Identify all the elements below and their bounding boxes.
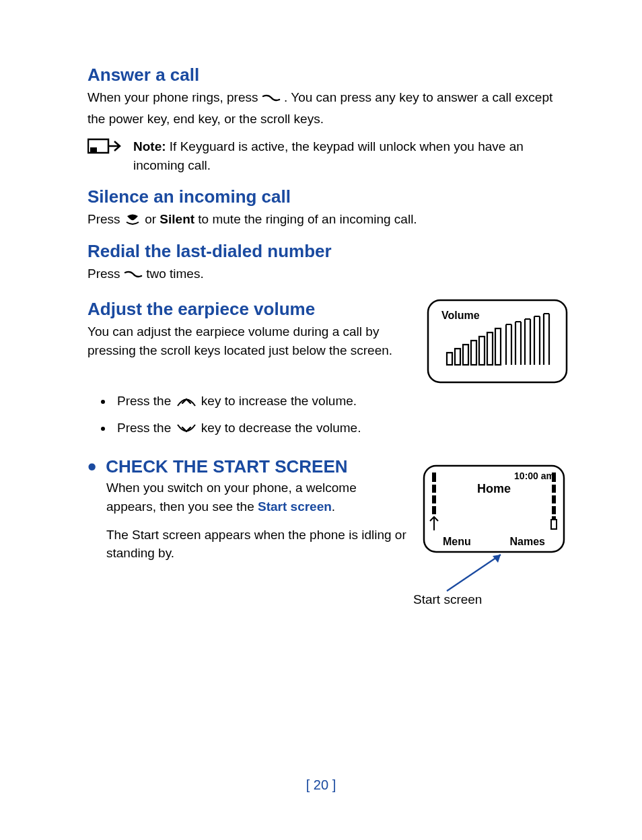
svg-rect-1 — [90, 147, 97, 153]
section-bullet-icon: • — [87, 458, 96, 476]
scroll-down-icon — [175, 419, 198, 443]
volume-label: Volume — [441, 310, 480, 321]
body-redial: Press two times. — [87, 265, 568, 286]
svg-rect-19 — [552, 506, 556, 514]
page-number: [ 20 ] — [0, 777, 642, 793]
body-answer-call: When your phone rings, press . You can p… — [87, 88, 568, 128]
note-text: Note: If Keyguard is active, the keypad … — [133, 137, 568, 174]
heading-answer-call: Answer a call — [87, 65, 568, 85]
svg-rect-18 — [552, 495, 556, 503]
send-key-icon — [262, 91, 281, 110]
svg-rect-13 — [432, 495, 436, 503]
text: . — [332, 499, 335, 514]
end-key-icon — [124, 213, 141, 232]
bullet-increase-volume: Press the key to increase the volume. — [113, 389, 568, 416]
text: or — [145, 212, 159, 226]
svg-rect-21 — [552, 517, 555, 520]
start-screen-term: Start screen — [258, 499, 332, 514]
heading-adjust-volume: Adjust the earpiece volume — [87, 299, 413, 320]
manual-page: Answer a call When your phone rings, pre… — [0, 0, 642, 840]
text: key to increase the volume. — [201, 394, 357, 408]
heading-check-start-screen: CHECK THE START SCREEN — [106, 456, 347, 477]
text: Press — [87, 212, 124, 226]
svg-line-22 — [447, 555, 501, 591]
note-keyguard: Note: If Keyguard is active, the keypad … — [87, 137, 568, 174]
note-icon — [87, 137, 121, 174]
text: When your phone rings, press — [87, 90, 262, 104]
text: Press the — [117, 421, 175, 435]
start-home: Home — [477, 482, 511, 495]
body-adjust-volume: You can adjust the earpiece volume durin… — [87, 322, 413, 359]
bullet-decrease-volume: Press the key to decrease the volume. — [113, 416, 568, 443]
svg-rect-12 — [432, 485, 436, 493]
body-start-screen-1: When you switch on your phone, a welcome… — [106, 479, 406, 516]
text: to mute the ringing of an incoming call. — [198, 212, 417, 226]
figure-volume-screen: Volume — [427, 299, 568, 386]
text: If Keyguard is active, the keypad will u… — [133, 139, 524, 172]
start-time: 10:00 am — [514, 470, 555, 481]
silent-label: Silent — [159, 212, 194, 226]
body-start-screen-2: The Start screen appears when the phone … — [106, 526, 406, 563]
text: Press — [87, 267, 124, 281]
text: key to decrease the volume. — [201, 421, 361, 435]
figure-start-screen: 10:00 am Home Menu Names Start screen — [420, 463, 568, 607]
svg-rect-14 — [432, 506, 436, 514]
text: Press the — [117, 394, 175, 408]
scroll-up-icon — [175, 392, 198, 416]
heading-redial: Redial the last-dialed number — [87, 241, 568, 262]
start-names: Names — [510, 536, 546, 547]
svg-rect-11 — [432, 473, 436, 482]
start-menu: Menu — [443, 536, 471, 547]
text: two times. — [146, 267, 204, 281]
body-silence-call: Press or Silent to mute the ringing of a… — [87, 210, 568, 232]
heading-silence-call: Silence an incoming call — [87, 186, 568, 207]
svg-rect-17 — [552, 485, 556, 493]
volume-bullets: Press the key to increase the volume. Pr… — [100, 389, 568, 443]
send-key-icon — [124, 267, 143, 286]
note-label: Note: — [133, 139, 166, 153]
